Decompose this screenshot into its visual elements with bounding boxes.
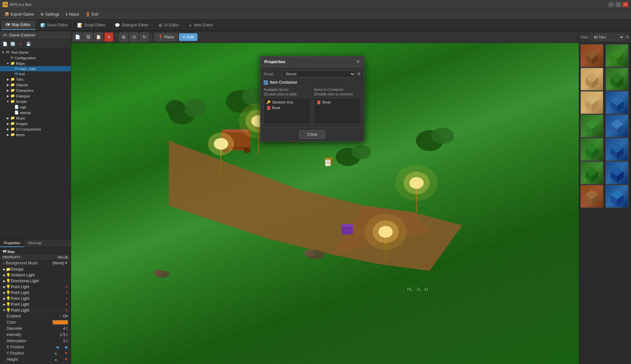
tree-item-test[interactable]: 🗺 test xyxy=(0,71,71,77)
tree-item-tiles[interactable]: ▶ 📁 Tiles xyxy=(0,77,71,82)
prop-x-position[interactable]: X Position ◀ ▶ xyxy=(1,344,69,350)
intensity-up[interactable]: ▲ xyxy=(66,332,68,335)
tree-item-characters[interactable]: ▶ 📁 Characters xyxy=(0,88,71,93)
tile-item-8[interactable] xyxy=(606,115,628,137)
prop-row-groups[interactable]: ▶ 📁 Groups xyxy=(1,266,69,272)
prop-row-bg-music[interactable]: ♪ Background Music (None) ▼ xyxy=(1,260,69,266)
point-light-1-delete[interactable]: ✕ xyxy=(65,285,68,289)
prop-y-position[interactable]: Y Position ▲ ▼ xyxy=(1,350,69,357)
tree-item-configuration[interactable]: ⚙ Configuration xyxy=(0,55,71,61)
diameter-down[interactable]: ▼ xyxy=(66,329,68,331)
place-button[interactable]: 📍 Place xyxy=(154,33,178,41)
prop-row-point-light-5[interactable]: ▼ 💡 Point Light ✕ xyxy=(1,307,69,313)
tree-item-maps[interactable]: ▼ 📁 Maps xyxy=(0,61,71,66)
diameter-stepper[interactable]: ▲ ▼ xyxy=(66,326,68,331)
center-button[interactable]: ⊡ xyxy=(129,33,139,42)
available-item-skeleton-key[interactable]: 🔑 Skeleton Key xyxy=(265,100,309,105)
filter-select[interactable]: All Tiles xyxy=(591,34,625,40)
dialog-close-button[interactable]: Close xyxy=(299,130,326,139)
tab-item-editor[interactable]: ⚔ Item Editor xyxy=(184,21,218,30)
tab-voxel-editor[interactable]: 🧊 Voxel Editor xyxy=(36,21,73,30)
height-down-arrow[interactable]: ▼ xyxy=(64,357,68,362)
prop-row-point-light-3[interactable]: ▶ 💡 Point Light ✕ xyxy=(1,296,69,301)
prop-row-point-light-4[interactable]: ▶ 💡 Point Light ✕ xyxy=(1,301,69,307)
tile-item-10[interactable] xyxy=(606,138,628,161)
new-map-button[interactable]: 📄 xyxy=(73,33,82,42)
point-light-3-delete[interactable]: ✕ xyxy=(65,297,68,301)
prop-attenuation[interactable]: Attenuation 1 ▲ ▼ xyxy=(1,338,69,344)
y-pos-down-arrow[interactable]: ▼ xyxy=(64,351,68,356)
y-pos-up-arrow[interactable]: ▲ xyxy=(54,351,58,356)
tile-item-4[interactable] xyxy=(606,68,628,91)
tile-item-11[interactable] xyxy=(580,161,603,184)
prop-color[interactable]: Color xyxy=(1,319,69,326)
close-button[interactable]: ✕ xyxy=(623,2,628,7)
tile-item-5[interactable] xyxy=(580,91,603,114)
prop-diameter[interactable]: Diameter 4 ▲ ▼ xyxy=(1,326,69,332)
diameter-up[interactable]: ▲ xyxy=(66,326,68,329)
tree-item-items[interactable]: ▶ 📁 Items xyxy=(0,132,71,137)
copy-map-button[interactable]: 📋 xyxy=(94,33,103,42)
prop-row-point-light-2[interactable]: ▶ 💡 Point Light ✕ xyxy=(1,290,69,296)
intensity-down[interactable]: ▼ xyxy=(66,335,68,337)
tree-item-main-map[interactable]: 🗺 main_map xyxy=(0,66,71,71)
x-pos-right-arrow[interactable]: ▶ xyxy=(65,345,68,349)
tree-item-test-game[interactable]: ▼ 🎮 Test Game xyxy=(0,49,71,55)
dropdown-arrow[interactable]: ▼ xyxy=(64,261,68,265)
delete-button[interactable]: ✕ xyxy=(17,40,24,48)
tree-item-images[interactable]: ▶ 📁 Images xyxy=(0,121,71,126)
prop-row-directional-light[interactable]: ▶ 💡 Directional Light xyxy=(1,278,69,284)
container-item-book[interactable]: 📕 Book xyxy=(316,100,359,105)
prop-height[interactable]: Height ▲ ▼ xyxy=(1,357,69,363)
prop-row-point-light-1[interactable]: ▶ 💡 Point Light ✕ xyxy=(1,284,69,290)
tab-map-editor[interactable]: 🗺 Map Editor xyxy=(1,21,36,30)
tile-item-7[interactable] xyxy=(580,115,603,137)
map-viewport[interactable]: 🗺 main_map xyxy=(71,43,579,364)
tile-item-14[interactable] xyxy=(606,185,628,208)
export-game-menu[interactable]: 📦 Export Game xyxy=(1,11,37,18)
prop-row-ambient-light[interactable]: ▶ 💡 Ambient Light xyxy=(1,272,69,278)
save-button[interactable]: 💾 xyxy=(25,40,32,48)
tree-item-sign[interactable]: 📄 sign xyxy=(0,104,71,110)
item-container-checkbox[interactable] xyxy=(264,80,268,85)
tile-item-12[interactable] xyxy=(606,161,628,184)
about-menu[interactable]: ℹ About xyxy=(63,11,82,18)
grid-button[interactable]: ⊞ xyxy=(119,33,128,42)
edit-button[interactable]: ✏ Edit xyxy=(179,33,198,41)
tree-item-music[interactable]: ▶ 📁 Music xyxy=(0,115,71,121)
prop-enabled[interactable]: Enabled ✓ On xyxy=(1,313,69,319)
tree-item-startup[interactable]: 📄 startup xyxy=(0,110,71,115)
dialog-close-x[interactable]: ✕ xyxy=(356,59,360,64)
tile-item-9[interactable] xyxy=(580,138,603,161)
rotate-button[interactable]: ↻ xyxy=(140,33,149,42)
save-map-button[interactable]: 🖫 xyxy=(83,33,93,42)
x-pos-left-arrow[interactable]: ◀ xyxy=(56,345,59,349)
available-item-book[interactable]: 📕 Book xyxy=(265,105,309,111)
attenuation-up[interactable]: ▲ xyxy=(66,339,68,341)
script-gear-icon[interactable]: ⚙ xyxy=(357,72,361,76)
point-light-2-delete[interactable]: ✕ xyxy=(65,291,68,295)
refresh-button[interactable]: 🔄 xyxy=(9,40,16,48)
color-swatch[interactable] xyxy=(52,320,68,325)
tree-item-objects[interactable]: ▶ 📁 Objects xyxy=(0,82,71,88)
close-map-button[interactable]: ✕ xyxy=(104,33,113,42)
tab-dialogue-editor[interactable]: 💬 Dialogue Editor xyxy=(110,21,153,30)
point-light-5-delete[interactable]: ✕ xyxy=(65,308,68,313)
tile-item-3[interactable] xyxy=(580,68,603,91)
tile-item-2[interactable] xyxy=(606,44,628,67)
prop-intensity[interactable]: Intensity 1.5 ▲ ▼ xyxy=(1,332,69,338)
attenuation-down[interactable]: ▼ xyxy=(66,341,68,343)
intensity-stepper[interactable]: ▲ ▼ xyxy=(66,332,68,337)
exit-menu[interactable]: 🚪 Exit xyxy=(82,11,101,18)
attenuation-stepper[interactable]: ▲ ▼ xyxy=(66,339,68,343)
refresh-tiles-button[interactable]: ↻ xyxy=(626,35,630,40)
tab-minimap[interactable]: Minimap xyxy=(24,239,46,247)
settings-menu[interactable]: ⚙ Settings xyxy=(37,11,63,18)
tile-item-13[interactable] xyxy=(580,185,603,208)
maximize-button[interactable]: □ xyxy=(615,2,621,7)
tree-item-ui-components[interactable]: ▶ 📁 UI Components xyxy=(0,126,71,132)
tree-item-dialogue[interactable]: ▶ 📁 Dialogue xyxy=(0,93,71,99)
new-item-button[interactable]: 📄 xyxy=(1,40,8,48)
tab-properties[interactable]: Properties xyxy=(0,239,24,247)
tab-ui-editor[interactable]: 🖥 UI Editor xyxy=(154,21,184,30)
